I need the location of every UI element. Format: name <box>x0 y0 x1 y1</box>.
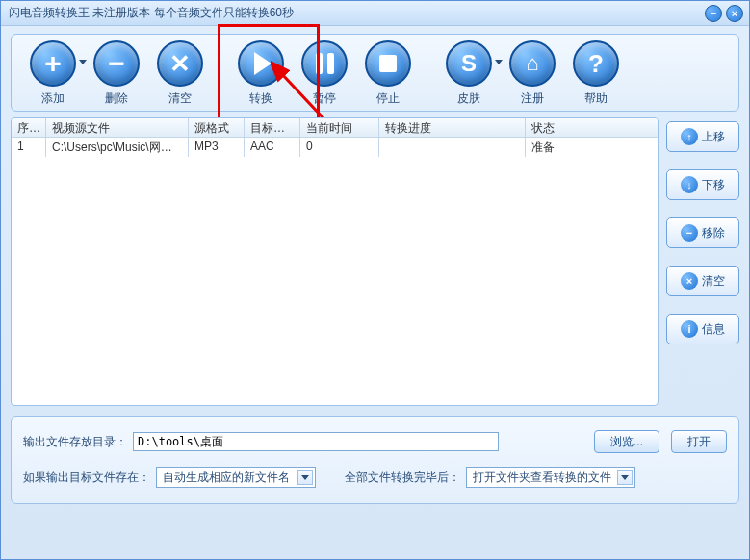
outdir-input[interactable] <box>133 432 499 451</box>
after-label: 全部文件转换完毕后： <box>345 470 460 486</box>
arrow-up-icon: ↑ <box>681 128 698 145</box>
table-row[interactable]: 1 C:\Users\pc\Music\网络安.. MP3 AAC 0 准备 <box>12 138 658 157</box>
play-icon <box>254 52 272 75</box>
plus-icon: + <box>44 47 62 80</box>
browse-button[interactable]: 浏览... <box>594 430 659 453</box>
cell-source: C:\Users\pc\Music\网络安.. <box>46 138 189 157</box>
home-icon: ⌂ <box>526 51 538 76</box>
side-clear-button[interactable]: × 清空 <box>666 266 739 296</box>
add-button[interactable]: + 添加 <box>21 40 85 107</box>
side-remove-button[interactable]: − 移除 <box>666 217 739 248</box>
exist-label: 如果输出目标文件存在： <box>23 470 150 486</box>
move-down-button[interactable]: ↓ 下移 <box>666 169 739 200</box>
table-header: 序号 视频源文件 源格式 目标格式 当前时间 转换进度 状态 <box>12 118 658 138</box>
move-up-button[interactable]: ↑ 上移 <box>666 121 739 152</box>
clear-button[interactable]: ✕ 清空 <box>148 40 212 107</box>
output-settings-panel: 输出文件存放目录： 浏览... 打开 如果输出目标文件存在： 自动生成相应的新文… <box>11 416 739 504</box>
x-icon: × <box>681 272 698 290</box>
question-icon: ? <box>588 49 604 79</box>
col-progress[interactable]: 转换进度 <box>379 118 526 137</box>
stop-icon <box>379 55 397 72</box>
cell-index: 1 <box>12 138 46 157</box>
convert-button[interactable]: 转换 <box>229 40 293 107</box>
file-table[interactable]: 序号 视频源文件 源格式 目标格式 当前时间 转换进度 状态 1 C:\User… <box>11 117 659 406</box>
outdir-label: 输出文件存放目录： <box>23 434 127 450</box>
info-button[interactable]: i 信息 <box>666 314 739 344</box>
col-srcfmt[interactable]: 源格式 <box>189 118 245 137</box>
minus-icon: − <box>108 47 125 80</box>
minimize-button[interactable]: − <box>705 5 722 22</box>
stop-button[interactable]: 停止 <box>356 40 420 107</box>
col-dstfmt[interactable]: 目标格式 <box>245 118 300 137</box>
titlebar: 闪电音频转换王 未注册版本 每个音频文件只能转换60秒 − × <box>1 1 749 26</box>
col-time[interactable]: 当前时间 <box>300 118 379 137</box>
remove-button[interactable]: − 删除 <box>85 40 148 107</box>
col-index[interactable]: 序号 <box>12 118 46 137</box>
arrow-down-icon: ↓ <box>681 176 698 193</box>
info-icon: i <box>681 320 698 338</box>
register-button[interactable]: ⌂ 注册 <box>501 40 564 107</box>
col-source[interactable]: 视频源文件 <box>46 118 189 137</box>
chevron-down-icon <box>297 470 313 485</box>
exist-combo[interactable]: 自动生成相应的新文件名 <box>156 467 316 488</box>
cell-dstfmt: AAC <box>245 138 300 157</box>
col-status[interactable]: 状态 <box>526 118 658 137</box>
open-button[interactable]: 打开 <box>671 430 727 453</box>
after-value: 打开文件夹查看转换的文件 <box>473 470 611 486</box>
cell-status: 准备 <box>526 138 658 157</box>
cell-time: 0 <box>300 138 379 157</box>
close-button[interactable]: × <box>726 5 743 22</box>
x-icon: ✕ <box>169 49 191 79</box>
after-combo[interactable]: 打开文件夹查看转换的文件 <box>466 467 635 488</box>
chevron-down-icon <box>617 470 633 485</box>
pause-button[interactable]: 暂停 <box>293 40 356 107</box>
window-title: 闪电音频转换王 未注册版本 每个音频文件只能转换60秒 <box>9 5 294 21</box>
cell-progress <box>379 138 526 157</box>
cell-srcfmt: MP3 <box>189 138 245 157</box>
skin-icon: S <box>461 50 477 77</box>
pause-icon <box>316 53 334 74</box>
help-button[interactable]: ? 帮助 <box>564 40 628 107</box>
exist-value: 自动生成相应的新文件名 <box>163 470 290 486</box>
minus-icon: − <box>681 224 698 242</box>
skin-button[interactable]: S 皮肤 <box>437 40 501 107</box>
toolbar: + 添加 − 删除 ✕ 清空 转换 暂停 <box>11 34 739 112</box>
